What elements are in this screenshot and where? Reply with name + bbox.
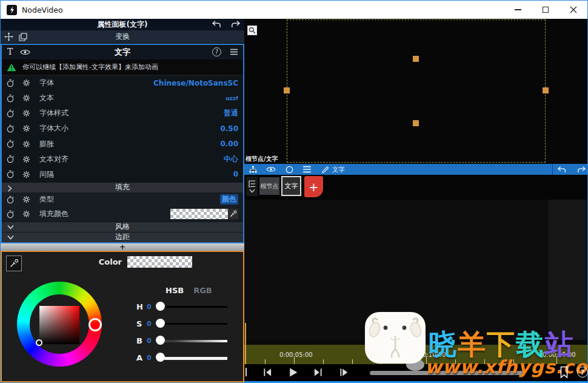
zoom-tool-button[interactable] <box>247 25 257 35</box>
question-icon[interactable]: ? <box>577 367 588 378</box>
stopwatch-icon[interactable] <box>6 140 15 148</box>
selection-handle-left[interactable] <box>284 87 290 93</box>
eye-icon[interactable] <box>20 49 30 56</box>
gear-icon[interactable] <box>22 124 30 132</box>
gear-icon[interactable] <box>22 210 30 218</box>
redo-icon[interactable] <box>231 20 241 29</box>
property-value[interactable]: 中心 <box>224 154 238 164</box>
gear-icon[interactable] <box>22 171 30 178</box>
tab-rgb[interactable]: RGB <box>193 286 212 295</box>
slider-track[interactable] <box>164 323 227 325</box>
slider-knob[interactable] <box>156 353 165 362</box>
timeline-tracks[interactable] <box>244 200 587 340</box>
fill-section-header[interactable]: 填充 <box>2 182 243 192</box>
hue-indicator[interactable] <box>89 318 102 331</box>
stopwatch-icon[interactable] <box>6 124 15 133</box>
gear-icon[interactable] <box>22 155 30 163</box>
stopwatch-icon[interactable] <box>6 170 15 178</box>
property-value[interactable]: 0.00 <box>220 140 238 148</box>
transform-section-header[interactable]: 变换 <box>1 30 244 44</box>
property-value[interactable]: 颜色 <box>220 194 238 205</box>
timeline-ruler[interactable]: 0:00:05:00 0:00:10:00 0:00:15:00 <box>244 340 587 364</box>
stopwatch-icon[interactable] <box>6 94 15 103</box>
panel-resize-handle[interactable]: + <box>1 243 244 251</box>
style-section-header[interactable]: 风格 <box>2 222 243 232</box>
minimize-button[interactable] <box>504 1 532 19</box>
slider-value[interactable]: 0 <box>147 354 156 362</box>
menu-icon[interactable] <box>302 166 312 173</box>
tab-hsb[interactable]: HSB <box>165 286 184 295</box>
gear-icon[interactable] <box>22 195 30 203</box>
gear-icon[interactable] <box>22 140 30 148</box>
help-icon[interactable]: ? <box>212 47 221 56</box>
circle-icon[interactable] <box>286 166 293 174</box>
stopwatch-icon[interactable] <box>6 79 15 87</box>
gear-icon[interactable] <box>22 109 30 117</box>
selection-bounds[interactable] <box>287 19 546 163</box>
property-row-font-size[interactable]: 字体大小 0.50 <box>2 121 243 136</box>
timeline-scrollbar[interactable] <box>370 371 523 375</box>
stopwatch-icon[interactable] <box>6 195 15 204</box>
tab-root-node[interactable]: 根节点 <box>259 177 279 195</box>
color-wheel[interactable] <box>17 282 102 367</box>
selection-handle-top[interactable] <box>413 56 419 62</box>
step-forward-icon[interactable] <box>339 368 349 377</box>
property-row-text[interactable]: 文本 uzzf <box>2 90 243 106</box>
sv-indicator[interactable] <box>36 339 42 346</box>
property-value[interactable]: 0 <box>233 170 238 178</box>
eye-icon[interactable] <box>266 166 276 173</box>
preview-viewport[interactable]: 根节点/文字 <box>244 19 587 164</box>
slider-value[interactable]: 0 <box>147 320 156 328</box>
eyedropper-icon[interactable] <box>228 209 238 219</box>
prev-frame-icon[interactable] <box>263 368 272 377</box>
property-value[interactable]: Chinese/NotoSansSC <box>153 79 238 87</box>
text-section-header[interactable]: T 文字 ? <box>2 45 243 59</box>
stopwatch-icon[interactable] <box>6 210 15 219</box>
add-node-button[interactable]: + <box>304 176 323 197</box>
stopwatch-icon[interactable] <box>6 155 15 163</box>
fill-section-label: 填充 <box>115 182 130 192</box>
pencil-icon[interactable] <box>321 166 329 174</box>
saturation-brightness-square[interactable] <box>39 306 79 344</box>
node-tree-icon[interactable] <box>249 166 257 174</box>
property-value[interactable]: 0.50 <box>220 124 238 133</box>
maximize-button[interactable] <box>532 1 560 19</box>
current-color-swatch[interactable] <box>127 256 192 268</box>
gear-icon[interactable] <box>22 79 30 87</box>
redo-icon[interactable] <box>577 166 586 174</box>
selection-handle-bottom[interactable] <box>413 120 419 126</box>
menu-icon[interactable] <box>230 49 238 55</box>
slider-track[interactable] <box>164 340 227 342</box>
property-value[interactable]: uzzf <box>226 95 238 101</box>
playhead[interactable] <box>245 323 246 364</box>
property-row-spacing[interactable]: 间隔 0 <box>2 167 243 182</box>
stopwatch-icon[interactable] <box>6 109 15 118</box>
slider-knob[interactable] <box>156 336 165 345</box>
property-row-text-align[interactable]: 文本对齐 中心 <box>2 152 243 167</box>
slider-knob[interactable] <box>156 302 165 311</box>
undo-icon[interactable] <box>212 20 221 29</box>
slider-knob[interactable] <box>156 319 165 328</box>
property-value[interactable]: 普通 <box>224 108 238 118</box>
selection-handle-right[interactable] <box>543 87 549 93</box>
slider-value[interactable]: 0 <box>147 337 156 345</box>
eyedropper-button[interactable] <box>6 256 22 271</box>
slider-track[interactable] <box>164 357 227 360</box>
fill-color-swatch[interactable] <box>170 209 238 219</box>
slider-value[interactable]: 0 <box>147 303 156 311</box>
property-row-font[interactable]: 字体 Chinese/NotoSansSC <box>2 75 243 90</box>
layers-menu-button[interactable] <box>246 177 258 196</box>
property-row-fill-type[interactable]: 类型 颜色 <box>2 192 243 207</box>
play-icon[interactable] <box>288 367 298 378</box>
close-button[interactable] <box>560 1 587 19</box>
margin-section-header[interactable]: 边距 <box>2 232 243 242</box>
gear-icon[interactable] <box>22 94 30 102</box>
bookmark-icon[interactable] <box>559 366 569 379</box>
property-row-expand[interactable]: 膨胀 0.00 <box>2 137 243 152</box>
tab-text-node[interactable]: 文字 <box>281 176 301 196</box>
slider-track[interactable] <box>164 306 227 308</box>
undo-icon[interactable] <box>557 166 566 174</box>
next-frame-icon[interactable] <box>313 368 322 377</box>
property-row-font-style[interactable]: 字体样式 普通 <box>2 106 243 121</box>
property-row-fill-color[interactable]: 填充颜色 <box>2 207 243 222</box>
